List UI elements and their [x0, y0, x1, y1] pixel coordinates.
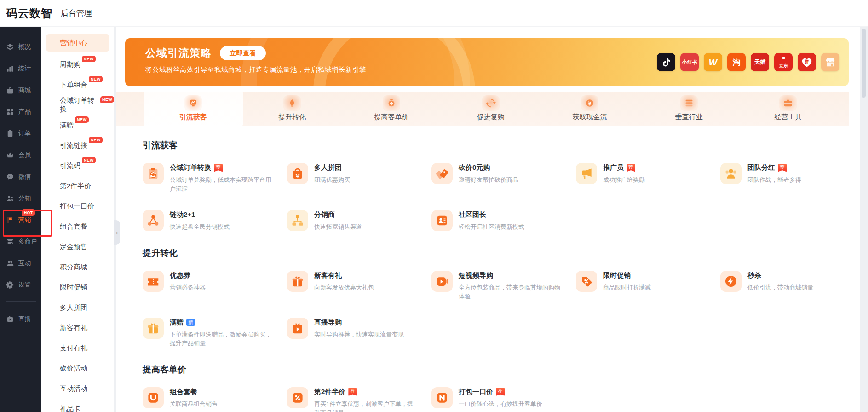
wechat-icon — [6, 173, 14, 181]
platform-label: W — [709, 57, 718, 68]
view-now-button[interactable]: 立即查看 — [220, 46, 266, 60]
sidebar-item-gear[interactable]: 设置 — [0, 274, 41, 296]
menu-item-label: 满赠 — [60, 121, 74, 130]
menu-item[interactable]: 满赠NEW — [41, 115, 114, 135]
feature-card[interactable]: 公域订单转换荐公域订单兑奖励，低成本实现跨平台用户沉淀 — [143, 163, 281, 193]
feature-grid: 公域订单转换荐公域订单兑奖励，低成本实现跨平台用户沉淀多人拼团团满优惠购买砍价0… — [143, 163, 860, 232]
sidebar-item-store[interactable]: 多商户 — [0, 231, 41, 252]
menu-item-label: 第2件半价 — [60, 182, 91, 191]
feature-card[interactable]: 组合套餐关联商品组合销售 — [143, 387, 281, 412]
new-badge: NEW — [89, 137, 103, 143]
feature-card[interactable]: 满赠新下单满条件即送赠品，激励会员购买，提升产品销量 — [143, 318, 281, 348]
feature-card[interactable]: 秒杀低价引流，带动商城销量 — [720, 271, 858, 301]
sidebar-item-label: 多商户 — [18, 238, 37, 246]
card-desc: 团满优惠购买 — [314, 175, 350, 185]
menu-item[interactable]: 第2件半价 — [41, 176, 114, 196]
card-desc: 快速拓宽销售渠道 — [314, 222, 362, 232]
sidebar-item-product[interactable]: 产品 — [0, 101, 41, 122]
tab-traffic[interactable]: 引流获客 — [144, 92, 243, 126]
sidebar-item-share[interactable]: 分销 — [0, 187, 41, 209]
menu-item[interactable]: 砍价活动 — [41, 358, 114, 378]
tab-price[interactable]: 提高客单价 — [342, 92, 441, 126]
card-title-row: 打包一口价荐 — [459, 388, 542, 396]
card-title-row: 分销商 — [314, 210, 362, 219]
sidebar-item-overview[interactable]: 概况 — [0, 36, 41, 58]
platform-label: 淘 — [733, 57, 741, 68]
video-icon — [431, 271, 453, 292]
menu-item-label: 打包一口价 — [60, 202, 94, 211]
new-badge: NEW — [75, 116, 89, 123]
card-title: 分销商 — [314, 210, 335, 219]
tab-vertical[interactable]: 垂直行业 — [639, 92, 739, 126]
menu-item[interactable]: 支付有礼 — [41, 338, 114, 358]
interact-icon — [6, 259, 14, 267]
menu-item[interactable]: 下单组合NEW — [41, 75, 114, 95]
menu-item[interactable]: 限时促销 — [41, 277, 114, 297]
percent-tag-icon — [576, 271, 597, 292]
card-desc: 营销必备神器 — [170, 283, 206, 292]
menu-item[interactable]: 定金预售 — [41, 237, 114, 257]
sidebar-item-wechat[interactable]: 微信 — [0, 166, 41, 187]
menu-item[interactable]: 多人拼团 — [41, 297, 114, 318]
feature-card[interactable]: 第2件半价荐再买1件立享优惠，刺激客户下单，提升商品销量 — [287, 387, 425, 412]
card-title-row: 优惠券 — [170, 271, 206, 280]
price-icon — [383, 95, 400, 111]
recommend-badge: 荐 — [214, 164, 223, 172]
menu-item[interactable]: 新客有礼 — [41, 318, 114, 338]
sidebar-item-member[interactable]: 会员 — [0, 144, 41, 166]
section-title: 提高客单价 — [143, 364, 860, 376]
app-subtitle: 后台管理 — [61, 8, 92, 18]
feature-card[interactable]: 分销商快速拓宽销售渠道 — [287, 210, 425, 232]
feature-card[interactable]: 砍价0元购邀请好友帮忙砍价商品 — [431, 163, 569, 193]
feature-card[interactable]: 链动2+1快速起盘全民分销模式 — [143, 210, 281, 232]
menu-item[interactable]: 打包一口价 — [41, 196, 114, 216]
menu-item[interactable]: 互动活动 — [41, 378, 114, 399]
feature-card[interactable]: 短视频导购全方位包装商品，带来身临其境的购物体验 — [431, 271, 569, 301]
live-icon — [6, 315, 14, 323]
menu-item[interactable]: 礼品卡 — [41, 399, 114, 412]
feature-card[interactable]: 多人拼团团满优惠购买 — [287, 163, 425, 193]
tab-tools[interactable]: 经营工具 — [738, 92, 838, 126]
tab-repurchase[interactable]: 促进复购 — [441, 92, 540, 126]
member-icon — [6, 151, 14, 159]
feature-card[interactable]: 团队分红荐团队作战，能者多得 — [720, 163, 858, 193]
feature-card[interactable]: 打包一口价荐一口价随心选，有效提升客单价 — [431, 387, 569, 412]
letter-n-icon — [431, 387, 453, 408]
menu-item[interactable]: 积分商城 — [41, 257, 114, 277]
menu-item[interactable]: 组合套餐 — [41, 216, 114, 237]
feature-card[interactable]: 社区团长轻松开启社区消费新模式 — [431, 210, 569, 232]
scrollbar-thumb[interactable] — [862, 29, 866, 98]
menu-collapse-handle[interactable]: ‹ — [114, 220, 120, 245]
sidebar-item-interact[interactable]: 互动 — [0, 252, 41, 274]
card-desc: 再买1件立享优惠，刺激客户下单，提升商品销量 — [314, 400, 419, 412]
feature-card[interactable]: 新客有礼向新客发放优惠大礼包 — [287, 271, 425, 301]
card-title: 团队分红 — [747, 163, 775, 172]
sidebar-item-mall[interactable]: 商城 — [0, 79, 41, 101]
banner-title: 公域引流策略 — [145, 46, 212, 60]
section-提高客单价: 提高客单价组合套餐关联商品组合销售第2件半价荐再买1件立享优惠，刺激客户下单，提… — [143, 364, 860, 412]
sidebar-item-stats[interactable]: 统计 — [0, 58, 41, 79]
new-badge: NEW — [82, 157, 96, 163]
sidebar-item-flag[interactable]: 营销HOT — [0, 209, 41, 231]
menu-item[interactable]: 引流链接NEW — [41, 135, 114, 156]
card-title: 第2件半价 — [314, 388, 345, 396]
coupon-icon — [143, 271, 164, 292]
feature-card[interactable]: 优惠券营销必备神器 — [143, 271, 281, 301]
sidebar-item-label: 营销 — [18, 216, 31, 224]
scrollbar-track[interactable] — [860, 27, 868, 412]
menu-item[interactable]: 引流码NEW — [41, 156, 114, 176]
feature-card[interactable]: 推广员荐成功推广给奖励 — [576, 163, 714, 193]
sidebar-item-live[interactable]: 直播 — [0, 308, 41, 330]
menu-item[interactable]: 营销中心 — [46, 34, 109, 52]
menu-item[interactable]: 周期购NEW — [41, 54, 114, 75]
tab-convert[interactable]: 提升转化 — [243, 92, 342, 126]
sidebar-item-order[interactable]: 订单 — [0, 122, 41, 144]
card-body: 社区团长轻松开启社区消费新模式 — [459, 210, 524, 232]
menu-item[interactable]: 公域订单转换NEW — [41, 95, 114, 115]
tab-cashflow[interactable]: 获取现金流 — [540, 92, 639, 126]
feature-card[interactable]: 限时促销商品限时打折满减 — [576, 271, 714, 301]
card-title-row: 直播导购 — [314, 318, 404, 327]
section-title: 提升转化 — [143, 247, 860, 259]
sidebar-item-label: 分销 — [18, 194, 31, 203]
feature-card[interactable]: 直播导购实时导购推荐，快速实现流量变现 — [287, 318, 425, 348]
